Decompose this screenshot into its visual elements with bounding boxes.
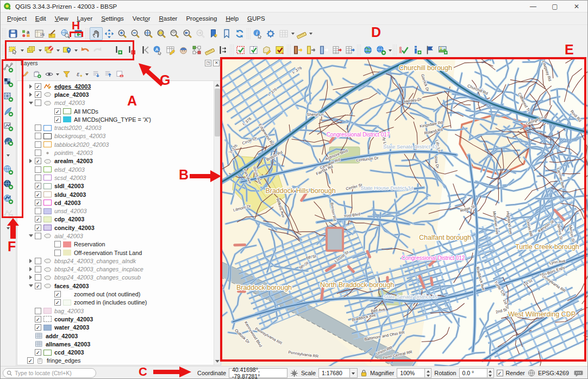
render-checkbox[interactable]: ✓ [497, 370, 503, 376]
export-table-blue-button[interactable] [343, 44, 356, 57]
minimize-button[interactable]: — [522, 1, 544, 12]
add-wcs-layer-button[interactable] [2, 177, 15, 191]
map-canvas[interactable]: I- 376I- 376I- 376I- 376Sheryl LnEdgewoo… [222, 58, 587, 366]
layer-item-cd-42003[interactable]: ✓cd_42003 [17, 198, 214, 207]
layer-checkbox[interactable] [35, 233, 41, 239]
menu-settings[interactable]: Settings [97, 14, 128, 23]
layers-scrollbar[interactable] [214, 81, 221, 365]
layer-checkbox[interactable] [35, 166, 41, 173]
style-manager-button[interactable]: a [20, 27, 33, 40]
layer-checkbox[interactable]: ✓ [35, 200, 41, 206]
info-add-tool-button[interactable] [410, 44, 423, 57]
select-by-form-button[interactable] [24, 44, 37, 57]
split-line-button[interactable] [138, 44, 151, 57]
layer-item-all-mcds[interactable]: ✓All MCDs [17, 107, 214, 115]
close-button[interactable]: ✕ [566, 1, 587, 12]
review-change-1-button[interactable] [234, 44, 247, 57]
layer-checkbox[interactable] [35, 258, 41, 264]
select-by-form-dropdown-icon[interactable] [37, 44, 42, 57]
layer-item-zoomed-out-not-outlined-[interactable]: ✓zoomed out (not outlined) [17, 290, 214, 298]
add-mesh-layer-button[interactable] [2, 90, 15, 103]
layer-checkbox[interactable]: ✓ [54, 108, 61, 115]
import-panel-1-button[interactable] [291, 44, 304, 57]
magnifier-spinner[interactable] [425, 368, 431, 378]
open-layer-styling-button[interactable] [20, 69, 31, 80]
filter-legend-button[interactable] [61, 69, 72, 80]
rotation-spinner[interactable] [487, 368, 494, 378]
layer-item-place-42003[interactable]: ✓place_42003 [17, 90, 214, 98]
web-map-button[interactable] [361, 44, 374, 57]
layer-checkbox[interactable] [35, 100, 41, 106]
menu-edit[interactable]: Edit [31, 14, 51, 23]
expander-icon[interactable] [27, 92, 35, 97]
layer-checkbox[interactable] [35, 150, 41, 156]
scale-dropdown-icon[interactable] [350, 368, 358, 378]
add-vector-layer-button[interactable] [2, 60, 15, 74]
layer-item-bbsp24-42003-changes-cousub[interactable]: bbsp24_42003_changes_cousub [17, 274, 214, 282]
layer-checkbox[interactable]: ✓ [35, 316, 41, 322]
layer-item-mcd-42003[interactable]: mcd_42003 [17, 99, 214, 107]
menu-processing[interactable]: Processing [182, 14, 221, 23]
layer-item-tracts2020-42003[interactable]: tracts2020_42003 [17, 123, 214, 132]
map-cleaner-button[interactable] [46, 27, 59, 40]
select-by-location-button[interactable] [60, 44, 73, 57]
layer-checkbox[interactable]: ✓ [35, 191, 41, 198]
zoom-full-button[interactable] [142, 27, 155, 40]
filter-by-expression-button[interactable]: ε [73, 69, 84, 80]
expander-icon[interactable] [27, 100, 35, 107]
flag-tool-button[interactable] [423, 44, 436, 57]
zoom-out-button[interactable] [129, 27, 142, 40]
add-postgis-layer-dropdown-icon[interactable] [5, 148, 10, 161]
deselect-features-dropdown-icon[interactable] [55, 44, 60, 57]
expander-icon[interactable] [27, 282, 35, 289]
select-features-dropdown-icon[interactable] [20, 44, 24, 57]
measure-button[interactable] [295, 27, 308, 40]
layer-item-bbsp24-42003-changes-alndk[interactable]: bbsp24_42003_changes_alndk [17, 257, 214, 265]
add-linework-button[interactable] [112, 44, 125, 57]
layer-checkbox[interactable]: ✓ [35, 183, 41, 189]
select-features-button[interactable] [7, 44, 20, 57]
deselect-features-button[interactable] [42, 44, 55, 57]
layer-checkbox[interactable] [35, 175, 41, 181]
add-spatialite-layer-button[interactable] [2, 119, 15, 133]
save-project-button[interactable] [7, 27, 20, 40]
expander-icon[interactable] [27, 267, 35, 271]
label-tool-button[interactable]: A [151, 44, 164, 57]
expander-icon[interactable] [27, 275, 35, 279]
layer-item-fringe-edges[interactable]: ✓fringe_edges [17, 357, 214, 365]
extents-toggle-icon[interactable] [290, 369, 298, 377]
menu-vector[interactable]: Vector [128, 14, 155, 23]
layer-item-edges-42003[interactable]: ✓edges_42003 [17, 82, 214, 90]
search-features-button[interactable] [59, 27, 72, 40]
menu-gups[interactable]: GUPS [243, 14, 270, 23]
layer-checkbox[interactable]: ✓ [35, 225, 41, 231]
layer-checkbox[interactable] [54, 250, 61, 256]
layer-item-zoomed-in-includes-outline-[interactable]: ✓zoomed in (includes outline) [17, 299, 214, 307]
layer-item-ccd-42003[interactable]: ✓ccd_42003 [17, 349, 214, 357]
review-change-4-button[interactable] [273, 44, 286, 57]
layer-item-sldl-42003[interactable]: ✓sldl_42003 [17, 182, 214, 190]
collapse-all-button[interactable] [102, 69, 114, 80]
layout-manager-button[interactable]: 1N [33, 27, 46, 40]
topology-tool-button[interactable] [190, 44, 203, 57]
add-basemap-button[interactable] [374, 44, 387, 57]
add-postgis-layer-button[interactable] [2, 134, 15, 147]
coordinate-input[interactable]: 40.41698°, -79.87281° [229, 368, 287, 378]
layer-checkbox[interactable] [54, 241, 61, 247]
measure-dropdown-icon[interactable] [308, 27, 313, 40]
lock-scale-icon[interactable] [360, 369, 367, 377]
undo-button[interactable] [78, 44, 91, 57]
identify-features-button[interactable]: i [251, 27, 264, 40]
expander-icon[interactable] [27, 259, 35, 263]
locate-input[interactable]: Type to locate (Ctrl+K) [3, 368, 96, 378]
crs-globe-icon[interactable] [528, 369, 535, 377]
layer-checkbox[interactable] [35, 125, 41, 131]
layer-item-allnames-42003[interactable]: allnames_42003 [17, 340, 214, 348]
layer-checkbox[interactable] [35, 274, 41, 281]
menu-project[interactable]: Project [3, 14, 31, 23]
pan-map-button[interactable] [90, 27, 103, 40]
close-panel-button[interactable]: ✕ [213, 60, 220, 66]
undock-panel-button[interactable]: ◳ [205, 60, 211, 66]
expander-icon[interactable] [27, 232, 35, 239]
open-attribute-table-dropdown-icon[interactable] [290, 27, 295, 40]
